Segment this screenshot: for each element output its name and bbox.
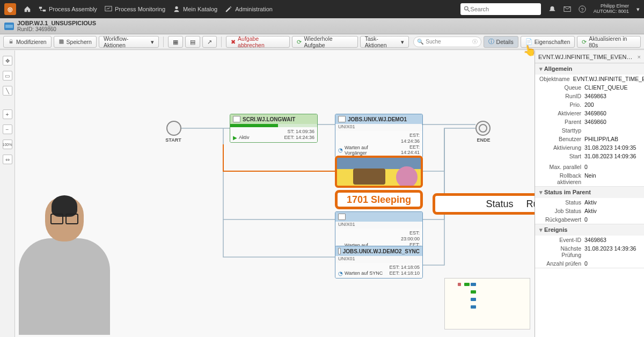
- speichern-button[interactable]: Speichern: [54, 36, 97, 48]
- layout-button-3[interactable]: ↗: [202, 36, 217, 48]
- svg-rect-1: [43, 10, 46, 12]
- close-icon[interactable]: ×: [638, 54, 641, 60]
- detail-row: Starttyp: [535, 126, 644, 135]
- section-header[interactable]: Ereignis: [535, 224, 644, 236]
- layout-button-1[interactable]: ▦: [168, 36, 183, 48]
- save-icon: [58, 39, 64, 45]
- detail-row: Parent3469860: [535, 118, 644, 126]
- svg-rect-0: [39, 7, 42, 9]
- nav-administration[interactable]: Administration: [225, 5, 273, 13]
- wiederhole-aufgabe-button[interactable]: ⟳Wiederhole Aufgabe: [292, 36, 357, 48]
- detail-row: Rollback aktivierenNein: [535, 171, 644, 186]
- select-tool[interactable]: ▭: [3, 71, 12, 80]
- zoom-100-button[interactable]: 100%: [3, 140, 12, 149]
- workflow-icon: [4, 23, 14, 30]
- job-icon: [338, 214, 346, 220]
- detail-row: Max. parallel0: [535, 163, 644, 171]
- detail-row: Job StatusAktiv: [535, 207, 644, 215]
- top-nav-bar: ◎ Process Assembly Process Monitoring Me…: [0, 0, 644, 18]
- details-toggle[interactable]: ⓘDetails: [484, 36, 518, 48]
- line-tool[interactable]: ╲: [3, 86, 12, 96]
- mail-icon[interactable]: [564, 5, 571, 13]
- script-icon: [233, 116, 240, 122]
- app-logo-icon[interactable]: ◎: [4, 3, 16, 15]
- detail-row: RunID3469863: [535, 92, 644, 100]
- zoom-out-button[interactable]: −: [3, 124, 12, 134]
- sleeping-overlay: 1701 Sleeping: [335, 190, 423, 209]
- start-label: START: [160, 137, 187, 143]
- local-search[interactable]: 🔍 Sucheⓧ: [413, 36, 481, 47]
- node-scri-longwait[interactable]: SCRI.WJ.LONGWAIT ▶Aktiv ST: 14:09:36EET:…: [230, 114, 318, 143]
- detail-row: Anzahl prüfen0: [535, 259, 644, 268]
- node-demo1[interactable]: JOBS.UNIX.WJ.DEMO1 UNIX01 ◔Warten auf Vo…: [335, 114, 423, 158]
- detail-row: Event-ID3469863: [535, 236, 644, 244]
- eigenschaften-button[interactable]: 📄 Eigenschaften: [521, 36, 575, 48]
- detail-row: ObjektnameEVNT.WJ.INFINITE_TIME_EVENT: [535, 75, 644, 83]
- object-tab-header: JOBP.WJ.1_UNSUSPICIOUS RunID: 3469860: [0, 18, 644, 34]
- detail-row: StatusAktiv: [535, 198, 644, 207]
- nav-process-monitoring[interactable]: Process Monitoring: [105, 5, 165, 13]
- detail-row: QueueCLIENT_QUEUE: [535, 83, 644, 92]
- svg-point-3: [464, 6, 467, 10]
- section-status-parent: Status im Parent StatusAktivJob StatusAk…: [535, 187, 644, 224]
- detail-row: BenutzerPHILIPP/LAB: [535, 135, 644, 143]
- toolbar: Modifizieren Speichern Workflow-Aktionen…: [0, 34, 644, 49]
- search-icon: [464, 5, 471, 13]
- help-icon[interactable]: ?: [579, 5, 586, 13]
- detail-row: Aktivierer3469860: [535, 109, 644, 118]
- section-ereignis: Ereignis Event-ID3469863Nächste Prüfung3…: [535, 224, 644, 268]
- layout-button-2[interactable]: ▤: [185, 36, 200, 48]
- detail-row: Start31.08.2023 14:09:36: [535, 152, 644, 160]
- svg-rect-7: [10, 41, 13, 43]
- bell-icon[interactable]: [548, 5, 556, 13]
- detail-row: Prio.200: [535, 100, 644, 109]
- section-allgemein: Allgemein ObjektnameEVNT.WJ.INFINITE_TIM…: [535, 63, 644, 187]
- end-node[interactable]: [475, 121, 491, 136]
- nav-mein-katalog[interactable]: Mein Katalog: [173, 5, 217, 13]
- minimap[interactable]: [444, 278, 530, 329]
- home-icon[interactable]: [24, 5, 31, 13]
- job-icon: [338, 248, 341, 254]
- details-tab: EVNT.WJ.INFINITE_TIME_EVENT (RunID: 346.…: [535, 50, 644, 63]
- global-search[interactable]: [460, 3, 541, 15]
- move-tool[interactable]: ✥: [3, 56, 12, 65]
- svg-text:?: ?: [581, 7, 583, 12]
- lock-icon: [8, 39, 14, 45]
- object-runid: RunID: 3469860: [17, 26, 96, 32]
- modifizieren-button[interactable]: Modifizieren: [3, 36, 52, 48]
- chevron-down-icon[interactable]: ▾: [636, 6, 640, 13]
- details-panel: EVNT.WJ.INFINITE_TIME_EVENT (RunID: 346.…: [535, 50, 644, 337]
- detail-row: Rückgabewert0: [535, 215, 644, 224]
- job-icon: [338, 116, 346, 122]
- node-demo2-sync[interactable]: JOBS.UNIX.WJ.DEMO2_SYNC UNIX01 ◔Warten a…: [335, 246, 423, 279]
- zoom-in-button[interactable]: +: [3, 109, 12, 119]
- node-homer-overlay: [335, 156, 423, 188]
- section-header[interactable]: Allgemein: [535, 63, 644, 75]
- section-header[interactable]: Status im Parent: [535, 187, 644, 198]
- detail-row: Aktivierung31.08.2023 14:09:35: [535, 143, 644, 152]
- end-label: ENDE: [470, 137, 497, 143]
- detail-row: Nächste Prüfung31.08.2023 14:39:36: [535, 244, 644, 259]
- fit-button[interactable]: ⇔: [3, 155, 12, 164]
- nav-process-assembly[interactable]: Process Assembly: [39, 5, 97, 13]
- aufgabe-abbrechen-button[interactable]: ✖Aufgabe abbrechen: [226, 36, 290, 48]
- aktualisieren-button[interactable]: ⟳Aktualisieren in 80s: [577, 36, 641, 48]
- start-node[interactable]: [166, 121, 181, 136]
- presenter-webcam: [11, 197, 118, 337]
- workflow-aktionen-button[interactable]: Workflow-Aktionen ▾: [99, 36, 159, 48]
- object-title: JOBP.WJ.1_UNSUSPICIOUS: [17, 20, 96, 26]
- user-menu[interactable]: Philipp ElmerAUTOMIC: 8001: [594, 4, 629, 14]
- task-aktionen-button[interactable]: Task-Aktionen ▾: [360, 36, 409, 48]
- global-search-input[interactable]: [470, 6, 537, 12]
